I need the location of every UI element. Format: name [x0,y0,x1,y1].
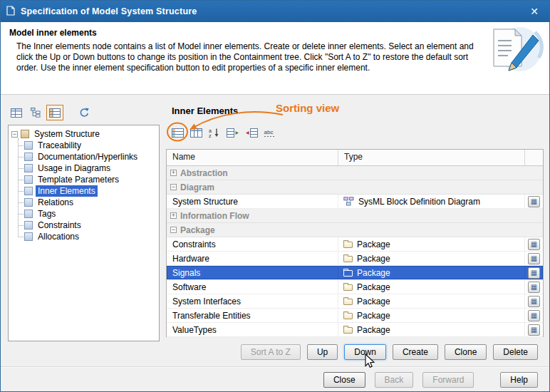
actions-cell: ▦ [524,323,543,336]
tree-view-icon [31,108,41,118]
type-cell: Package [338,237,524,251]
refresh-button[interactable] [76,105,93,120]
tree-view-button[interactable] [27,105,44,120]
inner-elements-view-button[interactable] [46,105,63,120]
open-specification-icon[interactable]: ▦ [528,267,540,279]
inner-elements-table: Name Type + Abstraction − Diagram System… [166,149,544,337]
create-button[interactable]: Create [393,344,438,360]
close-button[interactable]: Close [323,372,365,388]
table-group-diagram[interactable]: − Diagram [167,180,543,195]
column-header-type[interactable]: Type [338,150,524,165]
category-icon [24,175,33,184]
type-label: Package [357,239,390,249]
open-specification-icon[interactable]: ▦ [528,239,540,250]
expand-icon[interactable]: + [170,212,177,219]
table-row-transferable-entities[interactable]: Transferable Entities Package ▦ [167,309,543,323]
category-icon [24,221,33,229]
tree-item-usage-in-diagrams[interactable]: Usage in Diagrams [14,163,157,174]
tree-item-label: Inner Elements [36,185,98,197]
clone-button[interactable]: Clone [445,344,487,360]
up-button[interactable]: Up [307,344,338,360]
grid-view-button[interactable] [8,105,25,120]
open-specification-icon[interactable]: ▦ [528,310,540,321]
tree-item-allocations[interactable]: Allocations [14,231,157,242]
sort-a-to-z-action-button: Sort A to Z [241,344,301,360]
table-row-system-structure[interactable]: System Structure SysML Block Definition … [167,195,543,209]
collapse-icon[interactable]: − [170,184,177,190]
actions-cell: ▦ [524,294,543,308]
category-icon [24,153,33,161]
titlebar: Specification of Model System Structure … [1,1,549,22]
open-specification-icon[interactable]: ▦ [528,296,540,307]
collapse-nodes-button[interactable] [243,125,260,140]
action-button-row: Sort A to Z Up Down Create Clone Delete [166,344,538,360]
table-row-hardware[interactable]: Hardware Package ▦ [167,252,543,266]
type-cell: Package [338,266,524,279]
sort-a-to-z-icon: az [209,128,220,138]
type-cell: Package [338,294,524,308]
category-icon [24,198,33,207]
collapse-icon[interactable]: − [170,227,177,233]
svg-text:z: z [209,133,212,138]
table-row-system-interfaces[interactable]: System Interfaces Package ▦ [167,294,543,309]
expand-icon[interactable]: + [170,170,177,176]
refresh-icon [79,108,90,118]
header-title: Model inner elements [9,28,97,38]
actions-cell: ▦ [524,280,543,294]
column-header-name[interactable]: Name [167,150,338,165]
actions-cell: ▦ [524,195,543,208]
inner-elements-view-icon [49,108,61,118]
table-row-valuetypes[interactable]: ValueTypes Package ▦ [167,323,543,337]
table-group-package[interactable]: − Package [167,223,543,237]
group-label: Diagram [180,182,214,192]
tree-root-expander[interactable]: − [11,131,18,138]
name-cell: System Structure [167,195,338,208]
sorting-view-button[interactable] [169,125,186,140]
table-group-information-flow[interactable]: + Information Flow [167,209,543,223]
open-specification-icon[interactable]: ▦ [528,324,540,336]
type-label: Package [357,282,390,292]
tree-item-traceability[interactable]: Traceability [14,140,157,151]
type-cell: SysML Block Definition Diagram [338,195,524,208]
down-button[interactable]: Down [344,344,386,360]
columns-view-icon [190,128,202,138]
group-label: Information Flow [180,211,249,221]
expand-nodes-button[interactable] [224,125,242,140]
delete-button[interactable]: Delete [493,344,538,360]
tree-item-template-parameters[interactable]: Template Parameters [14,174,157,185]
abc-button[interactable]: abc [261,125,279,140]
help-button[interactable]: Help [500,372,538,388]
tree-item-tags[interactable]: Tags [14,208,157,220]
inner-elements-toolbar: az abc [169,123,279,142]
sort-a-to-z-button[interactable]: az [206,125,223,140]
type-label: Package [357,311,390,321]
tree-item-constraints[interactable]: Constraints [14,220,157,231]
tree-root[interactable]: − System Structure [10,128,157,140]
table-row-software[interactable]: Software Package ▦ [167,280,543,294]
columns-view-button[interactable] [187,125,204,140]
tree-item-relations[interactable]: Relations [14,197,157,208]
category-icon [24,164,33,172]
type-label: Package [357,325,390,335]
close-icon[interactable]: ✕ [525,4,544,19]
svg-text:abc: abc [264,129,274,135]
category-icon [24,210,33,218]
tree-item-documentation-hyperlinks[interactable]: Documentation/Hyperlinks [14,151,157,163]
tree-item-inner-elements[interactable]: Inner Elements [14,185,157,197]
table-group-abstraction[interactable]: + Abstraction [167,166,543,180]
table-row-constraints[interactable]: Constraints Package ▦ [167,237,543,252]
package-icon [343,284,353,291]
block-definition-diagram-icon [343,197,354,206]
open-specification-icon[interactable]: ▦ [528,196,540,207]
svg-text:a: a [209,128,212,133]
name-cell: ValueTypes [167,323,338,336]
table-row-signals[interactable]: Signals Package ▦ [167,266,543,280]
type-cell: Package [338,309,524,322]
package-icon [343,270,353,277]
header-description: The Inner elements node contains a list … [16,41,474,73]
open-specification-icon[interactable]: ▦ [528,282,540,293]
grid-view-icon [11,108,22,118]
name-cell: System Interfaces [167,294,338,308]
open-specification-icon[interactable]: ▦ [528,253,540,264]
category-icon [24,232,33,241]
